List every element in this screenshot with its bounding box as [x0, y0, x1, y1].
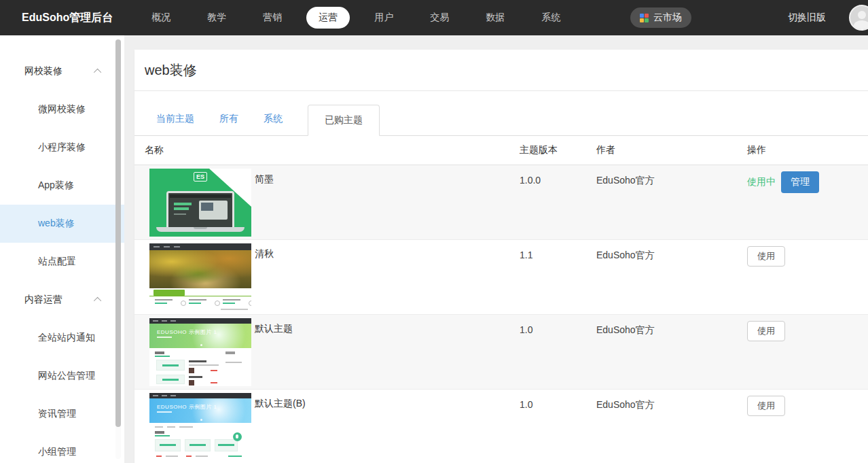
sidebar: 网校装修 微网校装修 小程序装修 App装修 web装修 站点配置 内容运营 全…	[0, 35, 124, 463]
sidebar-section-site-decoration[interactable]: 网校装修	[0, 52, 124, 90]
nav-item-marketing[interactable]: 营销	[251, 7, 294, 29]
theme-name: 默认主题(B)	[255, 398, 306, 410]
theme-version: 1.0	[520, 390, 596, 463]
theme-tabs: 当前主题 所有 系统 已购主题	[134, 91, 868, 136]
column-version: 主题版本	[520, 144, 596, 156]
top-nav-menu: 概况 教学 营销 运营 用户 交易 数据 系统	[133, 7, 579, 29]
theme-thumbnail-default[interactable]: EDUSOHO 示例图片 1	[149, 318, 251, 386]
sidebar-item-micro-school[interactable]: 微网校装修	[0, 90, 124, 128]
blue-banner: EDUSOHO 示例图片 1	[149, 398, 251, 423]
green-banner: EDUSOHO 示例图片 1	[149, 324, 251, 348]
manage-button[interactable]: 管理	[781, 171, 819, 193]
es-logo: ES	[194, 172, 207, 182]
scrollbar-thumb[interactable]	[115, 39, 121, 427]
sidebar-item-site-notice[interactable]: 全站站内通知	[0, 319, 124, 357]
avatar-person-icon	[858, 11, 866, 19]
section-label: 内容运营	[24, 294, 62, 306]
top-navbar: EduSoho管理后台 概况 教学 营销 运营 用户 交易 数据 系统 云市场 …	[0, 0, 868, 35]
table-row: ES 简墨 1.0.0 EduSoho官方 使用中	[134, 165, 868, 240]
theme-name: 简墨	[255, 173, 274, 186]
nav-item-data[interactable]: 数据	[473, 7, 517, 29]
nav-item-trade[interactable]: 交易	[418, 7, 461, 29]
theme-name: 默认主题	[255, 323, 293, 335]
page-title: web装修	[134, 50, 868, 91]
theme-author: EduSoho官方	[596, 315, 747, 389]
autumn-photo	[149, 250, 251, 288]
table-row: EDUSOHO 示例图片 1	[134, 315, 868, 390]
tab-purchased-themes[interactable]: 已购主题	[308, 105, 380, 136]
table-row: EDUSOHO 示例图片 1	[134, 390, 868, 463]
mic-icon	[233, 432, 242, 441]
theme-thumbnail-jianmo[interactable]: ES	[149, 169, 251, 237]
column-name: 名称	[134, 144, 520, 156]
nav-item-users[interactable]: 用户	[362, 7, 405, 29]
theme-author: EduSoho官方	[596, 165, 747, 239]
laptop-mockup	[166, 191, 234, 227]
theme-thumbnail-default-b[interactable]: EDUSOHO 示例图片 1	[149, 393, 251, 461]
sidebar-item-web-decoration[interactable]: web装修	[0, 205, 124, 243]
grid-icon	[640, 14, 649, 22]
theme-version: 1.0	[520, 315, 596, 389]
cloud-market-button[interactable]: 云市场	[630, 7, 691, 28]
user-avatar[interactable]	[849, 5, 868, 31]
nav-item-system[interactable]: 系统	[529, 7, 573, 29]
theme-name: 清秋	[255, 248, 274, 260]
use-button[interactable]: 使用	[747, 246, 785, 267]
tab-all[interactable]: 所有	[219, 113, 238, 135]
nav-item-overview[interactable]: 概况	[139, 7, 183, 29]
nav-item-operation[interactable]: 运营	[306, 7, 350, 29]
theme-author: EduSoho官方	[596, 390, 747, 463]
use-button[interactable]: 使用	[747, 321, 785, 341]
theme-thumbnail-qingqiu[interactable]	[149, 243, 251, 311]
chevron-up-icon	[94, 297, 101, 305]
content-card: web装修 当前主题 所有 系统 已购主题 名称 主题版本 作者 操作	[134, 50, 868, 463]
tab-system[interactable]: 系统	[264, 113, 283, 135]
column-author: 作者	[596, 144, 747, 156]
sidebar-item-news[interactable]: 资讯管理	[0, 395, 124, 433]
sidebar-item-mini-program[interactable]: 小程序装修	[0, 128, 124, 167]
sidebar-section-content-operation[interactable]: 内容运营	[0, 281, 124, 319]
theme-version: 1.1	[520, 240, 596, 314]
sidebar-item-announcement[interactable]: 网站公告管理	[0, 357, 124, 395]
sidebar-item-site-config[interactable]: 站点配置	[0, 243, 124, 281]
tab-current-theme[interactable]: 当前主题	[156, 113, 194, 135]
sidebar-item-app[interactable]: App装修	[0, 167, 124, 205]
theme-author: EduSoho官方	[596, 240, 747, 314]
use-button[interactable]: 使用	[747, 396, 785, 416]
table-header: 名称 主题版本 作者 操作	[134, 136, 868, 165]
nav-item-teaching[interactable]: 教学	[195, 7, 238, 29]
status-in-use: 使用中	[747, 176, 776, 188]
sidebar-scrollbar[interactable]	[115, 39, 121, 459]
main-area: web装修 当前主题 所有 系统 已购主题 名称 主题版本 作者 操作	[124, 35, 868, 463]
chevron-up-icon	[94, 69, 101, 76]
sidebar-item-group[interactable]: 小组管理	[0, 433, 124, 463]
column-action: 操作	[747, 144, 868, 156]
table-row: 清秋 1.1 EduSoho官方 使用	[134, 240, 868, 315]
switch-old-version-link[interactable]: 切换旧版	[788, 12, 826, 24]
theme-version: 1.0.0	[520, 165, 596, 239]
cloud-market-label: 云市场	[653, 12, 682, 24]
section-label: 网校装修	[24, 65, 62, 78]
app-title: EduSoho管理后台	[22, 11, 113, 25]
